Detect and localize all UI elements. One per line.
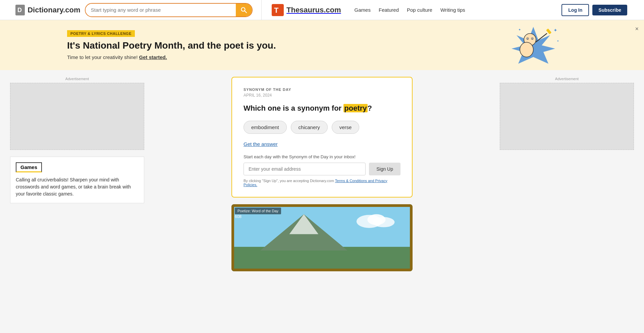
header-actions: Log In Subscribe [561,4,627,16]
thesaurus-logo[interactable]: T Thesaurus.com [272,4,341,16]
nav-featured[interactable]: Featured [379,7,399,13]
email-signup-label: Start each day with the Synonym of the D… [244,154,400,159]
svg-point-11 [532,38,533,39]
header-right: T Thesaurus.com Games Featured Pop cultu… [262,4,637,16]
search-input[interactable] [86,7,236,13]
answer-option-chicanery[interactable]: chicanery [291,121,328,134]
video-count: 608 [235,214,241,219]
left-sidebar: Advertisement Games Calling all cruciver… [0,70,154,278]
terms-text: By clicking "Sign Up", you are accepting… [244,179,400,187]
games-section: Games Calling all cruciverbalists! Sharp… [10,157,144,203]
banner-badge: POETRY & LYRICS CHALLENGE [67,30,135,37]
svg-text:D: D [17,7,22,13]
games-tab[interactable]: Games [16,162,42,172]
answer-option-verse[interactable]: verse [332,121,360,134]
highlighted-word: poetry [343,104,367,112]
nav-writing-tips[interactable]: Writing tips [440,7,465,13]
dictionary-icon: D [15,5,25,15]
card-date: APRIL 16, 2024 [244,93,400,98]
banner-illustration: ✦ ✦ ✦ [490,23,577,67]
header-left: D Dictionary.com [7,0,262,20]
answer-options: embodiment chicanery verse [244,121,400,134]
games-description: Calling all cruciverbalists! Sharpen you… [16,176,139,198]
banner-title: It's National Poetry Month, and the poet… [67,40,276,51]
synonym-card: SYNONYM OF THE DAY APRIL 16, 2024 Which … [231,77,413,198]
video-card[interactable]: Poetize: Word of the Day 608 [231,204,413,271]
svg-text:T: T [274,6,279,14]
video-thumbnail: Poetize: Word of the Day 608 [231,204,413,271]
svg-line-3 [245,11,247,13]
get-answer-link[interactable]: Get the answer [244,141,400,147]
left-ad-placeholder [10,83,144,150]
thesaurus-logo-text: Thesaurus.com [286,6,341,14]
email-input[interactable] [244,163,366,175]
svg-text:✦: ✦ [518,28,521,32]
email-row: Sign Up [244,163,400,175]
banner-subtitle: Time to let your creativity shine! Get s… [67,54,167,60]
video-frame [231,204,413,271]
svg-point-14 [520,42,533,57]
answer-option-embodiment[interactable]: embodiment [244,121,287,134]
center-content: SYNONYM OF THE DAY APRIL 16, 2024 Which … [154,70,490,278]
dictionary-logo-text: Dictionary.com [28,6,80,14]
right-sidebar: Advertisement [490,70,644,278]
search-icon [240,7,247,13]
right-ad-label: Advertisement [500,77,634,81]
main-layout: Advertisement Games Calling all cruciver… [0,70,644,278]
video-label: Poetize: Word of the Day [235,208,281,214]
banner: POETRY & LYRICS CHALLENGE It's National … [0,20,644,70]
svg-point-10 [527,38,528,39]
right-ad-placeholder [500,83,634,150]
thesaurus-icon: T [272,4,284,16]
banner-close-button[interactable]: × [635,25,639,33]
card-question: Which one is a synonym for poetry? [244,104,400,113]
sign-up-button[interactable]: Sign Up [369,163,400,175]
header: D Dictionary.com T Thesaurus.com Ga [0,0,644,20]
svg-text:✦: ✦ [557,40,559,43]
dictionary-logo[interactable]: D Dictionary.com [15,5,80,15]
search-wrapper [85,3,253,17]
svg-text:✦: ✦ [553,27,557,33]
main-nav: Games Featured Pop culture Writing tips [355,7,555,13]
subscribe-button[interactable]: Subscribe [592,5,627,15]
nav-games[interactable]: Games [355,7,371,13]
login-button[interactable]: Log In [561,4,589,16]
svg-point-24 [373,217,395,227]
left-ad-label: Advertisement [10,77,144,81]
card-label: SYNONYM OF THE DAY [244,88,400,92]
nav-pop-culture[interactable]: Pop culture [407,7,432,13]
search-button[interactable] [236,3,252,17]
banner-get-started-link[interactable]: Get started. [139,54,167,60]
